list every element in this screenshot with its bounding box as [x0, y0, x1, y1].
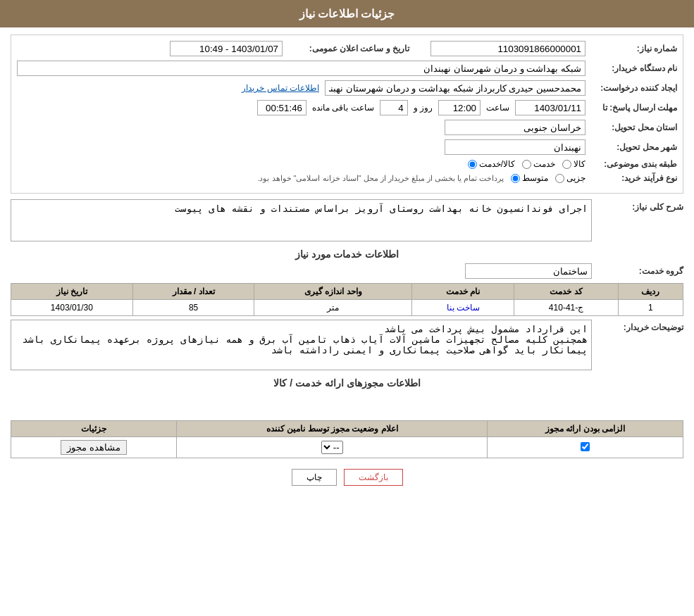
col-header-quantity: تعداد / مقدار — [132, 284, 254, 300]
general-info-section: شماره نیاز: تاریخ و ساعت اعلان عمومی: نا… — [11, 34, 683, 194]
action-buttons-row: بازگشت چاپ — [11, 469, 683, 486]
process-jozi-item: جزیی — [555, 173, 585, 183]
deadline-date-input[interactable] — [515, 100, 585, 115]
main-content: شماره نیاز: تاریخ و ساعت اعلان عمومی: نا… — [0, 27, 694, 503]
permit-col-required: الزامی بودن ارائه مجوز — [487, 421, 683, 437]
creator-label: ایجاد کننده درخواست: — [585, 83, 677, 93]
buyer-notes-label: توضیحات خریدار: — [592, 320, 683, 332]
category-kala-item: کالا — [562, 159, 585, 169]
category-khedmat-radio[interactable] — [522, 160, 531, 169]
send-deadline-row: مهلت ارسال پاسخ: تا ساعت روز و ساعت باقی… — [17, 100, 677, 115]
cell-service-code: ج-41-410 — [514, 300, 619, 316]
process-radio-group: جزیی متوسط پرداخت تمام یا بخشی از مبلغ خ… — [257, 173, 585, 183]
province-input[interactable] — [445, 120, 585, 135]
remaining-label: ساعت باقی مانده — [312, 103, 374, 113]
permits-table: الزامی بودن ارائه مجوز اعلام وضعیت مجوز … — [11, 420, 683, 458]
service-group-row: گروه خدمت: — [11, 263, 683, 279]
category-kala-khedmat-item: کالا/خدمت — [468, 159, 515, 169]
province-label: استان محل تحویل: — [585, 122, 677, 132]
category-label: طبقه بندی موضوعی: — [585, 159, 677, 169]
services-section-title: اطلاعات خدمات مورد نیاز — [11, 249, 683, 260]
back-button[interactable]: بازگشت — [344, 469, 403, 486]
time-label: ساعت — [486, 103, 509, 113]
city-label: شهر محل تحویل: — [585, 142, 677, 152]
date-time-input[interactable] — [170, 41, 283, 56]
permits-spacer — [11, 392, 683, 420]
need-number-label: شماره نیاز: — [585, 44, 677, 54]
buyer-notes-row: توضیحات خریدار: این قرارداد مشمول بیش پر… — [11, 320, 683, 370]
page-title: جزئیات اطلاعات نیاز — [299, 8, 395, 20]
buyer-notes-textarea[interactable]: این قرارداد مشمول بیش پرداخت می باشد همچ… — [11, 320, 592, 370]
category-row: طبقه بندی موضوعی: کالا خدمت کالا/خدمت — [17, 159, 677, 169]
deadline-days-input[interactable] — [380, 100, 408, 115]
description-label: شرح کلی نیاز: — [592, 199, 683, 212]
city-row: شهر محل تحویل: — [17, 139, 677, 155]
permit-table-row: -- مشاهده مجوز — [11, 437, 683, 458]
service-group-input[interactable] — [465, 263, 592, 279]
process-note: پرداخت تمام یا بخشی از مبلغ خریدار از مح… — [257, 174, 504, 183]
col-header-service-name: نام خدمت — [412, 284, 514, 300]
process-mota-label: متوسط — [522, 173, 548, 183]
cell-date: 1403/01/30 — [11, 300, 133, 316]
cell-quantity: 85 — [132, 300, 254, 316]
date-time-label: تاریخ و ساعت اعلان عمومی: — [283, 44, 409, 54]
page-header: جزئیات اطلاعات نیاز — [0, 0, 694, 27]
process-row: نوع فرآیند خرید: جزیی متوسط پرداخت تمام … — [17, 173, 677, 183]
services-table: ردیف کد خدمت نام خدمت واحد اندازه گیری ت… — [11, 283, 683, 316]
deadline-remaining-input[interactable] — [257, 100, 306, 115]
buyer-system-row: نام دستگاه خریدار: — [17, 61, 677, 76]
category-kala-radio[interactable] — [562, 160, 571, 169]
send-deadline-label: مهلت ارسال پاسخ: تا — [585, 103, 677, 113]
days-label: روز و — [414, 103, 433, 113]
creator-input[interactable] — [325, 80, 585, 96]
cell-row-num: 1 — [618, 300, 683, 316]
category-kala-khedmat-label: کالا/خدمت — [479, 159, 515, 169]
category-khedmat-label: خدمت — [533, 159, 555, 169]
permit-required-cell — [487, 437, 683, 458]
col-header-unit: واحد اندازه گیری — [254, 284, 412, 300]
description-row: شرح کلی نیاز: اجرای فوندانسیون خانه بهدا… — [11, 199, 683, 241]
table-row: 1 ج-41-410 ساخت بنا متر 85 1403/01/30 — [11, 300, 683, 316]
permit-col-details: جزئیات — [11, 421, 177, 437]
process-label: نوع فرآیند خرید: — [585, 173, 677, 183]
col-header-service-code: کد خدمت — [514, 284, 619, 300]
description-textarea[interactable]: اجرای فوندانسیون خانه بهداشت روستای آروی… — [11, 199, 592, 241]
city-input[interactable] — [445, 139, 585, 155]
category-both-radio[interactable] — [468, 160, 477, 169]
creator-row: ایجاد کننده درخواست: اطلاعات تماس خریدار — [17, 80, 677, 96]
cell-service-name[interactable]: ساخت بنا — [412, 300, 514, 316]
province-row: استان محل تحویل: — [17, 120, 677, 135]
cell-unit: متر — [254, 300, 412, 316]
col-header-date: تاریخ نیاز — [11, 284, 133, 300]
process-mota-item: متوسط — [511, 173, 548, 183]
deadline-fields: ساعت روز و ساعت باقی مانده — [257, 100, 585, 115]
process-jozi-label: جزیی — [566, 173, 585, 183]
col-header-row-num: ردیف — [618, 284, 683, 300]
permit-col-status: اعلام وضعیت مجوز توسط نامین کننده — [177, 421, 488, 437]
creator-contact-link[interactable]: اطلاعات تماس خریدار — [242, 83, 319, 93]
category-kala-label: کالا — [574, 159, 585, 169]
permit-status-select[interactable]: -- — [321, 441, 343, 454]
deadline-time-input[interactable] — [438, 100, 481, 115]
permit-required-checkbox[interactable] — [581, 442, 590, 451]
buyer-system-input[interactable] — [17, 61, 585, 76]
category-khedmat-item: خدمت — [522, 159, 555, 169]
page-wrapper: جزئیات اطلاعات نیاز شماره نیاز: تاریخ و … — [0, 0, 694, 616]
need-number-row: شماره نیاز: تاریخ و ساعت اعلان عمومی: — [17, 41, 677, 56]
view-permit-button[interactable]: مشاهده مجوز — [61, 440, 127, 455]
service-group-label: گروه خدمت: — [592, 266, 683, 276]
buyer-system-label: نام دستگاه خریدار: — [585, 63, 677, 73]
category-radio-group: کالا خدمت کالا/خدمت — [468, 159, 585, 169]
process-mota-radio[interactable] — [511, 174, 520, 183]
need-number-input[interactable] — [430, 41, 585, 56]
permit-status-cell: -- — [177, 437, 488, 458]
permits-section-title: اطلاعات مجوزهای ارائه خدمت / کالا — [11, 377, 683, 389]
process-jozi-radio[interactable] — [555, 174, 564, 183]
permit-details-cell: مشاهده مجوز — [11, 437, 177, 458]
print-button[interactable]: چاپ — [292, 469, 337, 486]
